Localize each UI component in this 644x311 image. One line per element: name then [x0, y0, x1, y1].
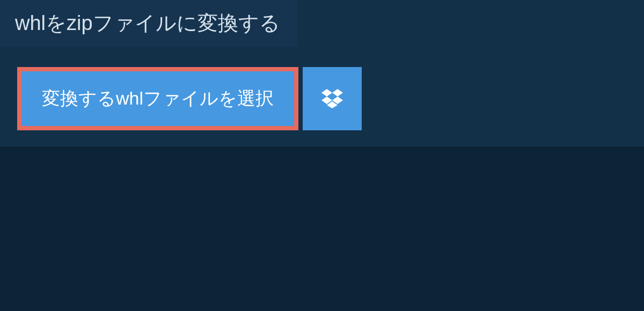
dropbox-button[interactable] [303, 67, 362, 130]
converter-panel: whlをzipファイルに変換する 変換するwhlファイルを選択 [0, 0, 644, 146]
dropbox-icon [321, 89, 343, 108]
button-row: 変換するwhlファイルを選択 [17, 67, 644, 130]
select-file-button-label: 変換するwhlファイルを選択 [42, 86, 274, 111]
page-title: whlをzipファイルに変換する [15, 12, 280, 34]
select-file-button[interactable]: 変換するwhlファイルを選択 [17, 67, 298, 130]
title-bar: whlをzipファイルに変換する [0, 0, 297, 47]
